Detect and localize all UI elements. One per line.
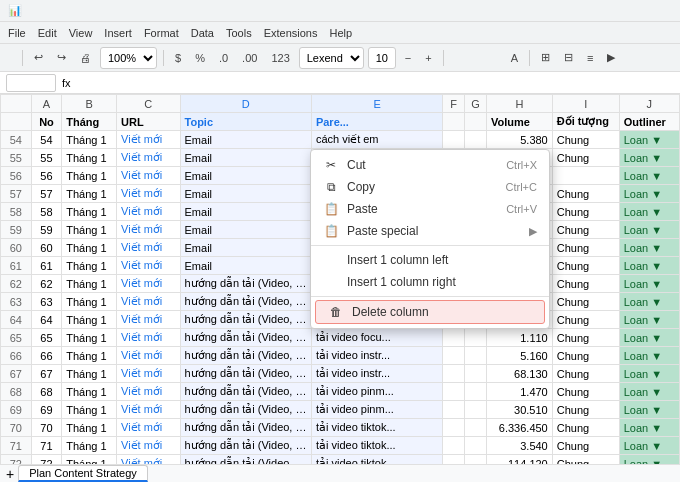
menu-item-delete-column[interactable]: 🗑Delete column (315, 300, 545, 324)
cell-topic[interactable]: hướng dẫn tải (Video, Capcut, (180, 401, 311, 419)
col-header-G[interactable]: G (465, 95, 487, 113)
cell-thang[interactable]: Tháng 1 (62, 203, 117, 221)
cell-thang[interactable]: Tháng 1 (62, 257, 117, 275)
cell-thang[interactable]: Tháng 1 (62, 365, 117, 383)
cell-no[interactable]: 55 (31, 149, 62, 167)
cell-outliner[interactable]: Loan ▼ (619, 437, 679, 455)
cell-doituong[interactable]: Chung (552, 419, 619, 437)
cell-outliner[interactable]: Loan ▼ (619, 203, 679, 221)
cell-parent[interactable]: tải video instr... (311, 365, 442, 383)
font-size-dec-button[interactable]: − (400, 50, 416, 66)
cell-topic[interactable]: Email (180, 221, 311, 239)
text-color-button[interactable]: A (506, 50, 523, 66)
cell-no[interactable]: 54 (31, 131, 62, 149)
cell-no[interactable]: 64 (31, 311, 62, 329)
cell-url[interactable]: Viết mới (117, 149, 181, 167)
cell-topic[interactable]: hướng dẫn tải (Video, Capcut, (180, 419, 311, 437)
menu-item-insert-1-column-right[interactable]: Insert 1 column right (311, 271, 549, 293)
cell-topic[interactable]: hướng dẫn tải (Video, Capcut, (180, 275, 311, 293)
cell-outliner[interactable]: Loan ▼ (619, 149, 679, 167)
cell-g[interactable] (465, 437, 487, 455)
col-header-E[interactable]: E (311, 95, 442, 113)
cell-doituong[interactable]: Chung (552, 437, 619, 455)
cell-outliner[interactable]: Loan ▼ (619, 293, 679, 311)
cell-volume[interactable]: 30.510 (487, 401, 553, 419)
align-button[interactable]: ≡ (582, 50, 598, 66)
cell-no[interactable]: 56 (31, 167, 62, 185)
cell-topic[interactable]: Email (180, 203, 311, 221)
cell-doituong[interactable]: Chung (552, 311, 619, 329)
cell-outliner[interactable]: Loan ▼ (619, 329, 679, 347)
cell-parent[interactable]: tải video focu... (311, 329, 442, 347)
cell-url[interactable]: Viết mới (117, 239, 181, 257)
menu-item-cut[interactable]: ✂CutCtrl+X (311, 154, 549, 176)
cell-doituong[interactable]: Chung (552, 401, 619, 419)
cell-parent[interactable]: cách viết em (311, 131, 442, 149)
cell-doituong[interactable]: Chung (552, 239, 619, 257)
redo-button[interactable]: ↪ (52, 49, 71, 66)
cell-doituong[interactable]: Chung (552, 293, 619, 311)
more-toolbar-button[interactable]: ▶ (602, 49, 620, 66)
cell-topic[interactable]: Email (180, 149, 311, 167)
cell-topic[interactable]: Email (180, 167, 311, 185)
add-sheet-button[interactable]: + (6, 466, 14, 482)
cell-thang[interactable]: Tháng 1 (62, 311, 117, 329)
cell-url[interactable]: Viết mới (117, 347, 181, 365)
cell-topic[interactable]: hướng dẫn tải (Video, Capcut, (180, 347, 311, 365)
cell-url[interactable]: Viết mới (117, 293, 181, 311)
cell-url[interactable]: Viết mới (117, 221, 181, 239)
decimal-inc-button[interactable]: .00 (237, 50, 262, 66)
menu-item-insert[interactable]: Insert (104, 27, 132, 39)
cell-f[interactable] (443, 131, 465, 149)
merge-button[interactable]: ⊟ (559, 49, 578, 66)
cell-reference-input[interactable] (6, 74, 56, 92)
cell-volume[interactable]: 3.540 (487, 437, 553, 455)
cell-doituong[interactable]: Chung (552, 131, 619, 149)
col-header-D[interactable]: D (180, 95, 311, 113)
cell-doituong[interactable] (552, 167, 619, 185)
cell-doituong[interactable]: Chung (552, 275, 619, 293)
cell-thang[interactable]: Tháng 1 (62, 347, 117, 365)
cell-thang[interactable]: Tháng 1 (62, 239, 117, 257)
cell-topic[interactable]: hướng dẫn tải (Video, Capcut, (180, 293, 311, 311)
cell-f[interactable] (443, 365, 465, 383)
cell-doituong[interactable]: Chung (552, 257, 619, 275)
cell-topic[interactable]: Email (180, 257, 311, 275)
cell-doituong[interactable]: Chung (552, 203, 619, 221)
cell-f[interactable] (443, 347, 465, 365)
cell-g[interactable] (465, 383, 487, 401)
decimal-dec-button[interactable]: .0 (214, 50, 233, 66)
cell-g[interactable] (465, 401, 487, 419)
cell-doituong[interactable]: Chung (552, 221, 619, 239)
menu-item-edit[interactable]: Edit (38, 27, 57, 39)
cell-topic[interactable]: hướng dẫn tải (Video, Capcut, (180, 311, 311, 329)
menu-item-file[interactable]: File (8, 27, 26, 39)
cell-doituong[interactable]: Chung (552, 149, 619, 167)
print-button[interactable]: 🖨 (75, 50, 96, 66)
font-size-input[interactable] (368, 47, 396, 69)
font-size-inc-button[interactable]: + (420, 50, 436, 66)
cell-thang[interactable]: Tháng 1 (62, 131, 117, 149)
cell-no[interactable]: 65 (31, 329, 62, 347)
cell-outliner[interactable]: Loan ▼ (619, 419, 679, 437)
cell-url[interactable]: Viết mới (117, 329, 181, 347)
col-header-J[interactable]: J (619, 95, 679, 113)
menu-item-tools[interactable]: Tools (226, 27, 252, 39)
cell-outliner[interactable]: Loan ▼ (619, 275, 679, 293)
cell-volume[interactable]: 5.160 (487, 347, 553, 365)
cell-url[interactable]: Viết mới (117, 131, 181, 149)
cell-url[interactable]: Viết mới (117, 185, 181, 203)
percent-button[interactable]: % (190, 50, 210, 66)
cell-no[interactable]: 70 (31, 419, 62, 437)
cell-no[interactable]: 66 (31, 347, 62, 365)
cell-no[interactable]: 63 (31, 293, 62, 311)
cell-g[interactable] (465, 347, 487, 365)
cell-volume[interactable]: 1.110 (487, 329, 553, 347)
cell-volume[interactable]: 6.336.450 (487, 419, 553, 437)
col-header-B[interactable]: B (62, 95, 117, 113)
cell-no[interactable]: 71 (31, 437, 62, 455)
cell-thang[interactable]: Tháng 1 (62, 437, 117, 455)
currency-button[interactable]: $ (170, 50, 186, 66)
cell-outliner[interactable]: Loan ▼ (619, 221, 679, 239)
cell-url[interactable]: Viết mới (117, 365, 181, 383)
